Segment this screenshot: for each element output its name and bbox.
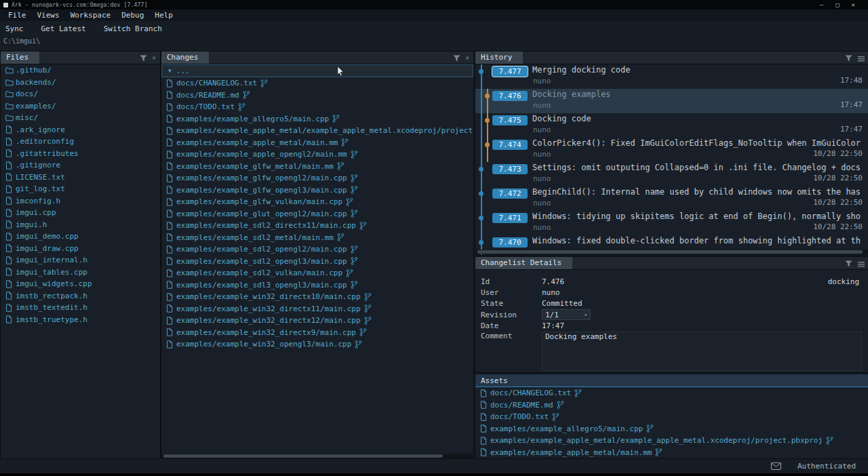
comment-field[interactable]: Docking examples <box>542 332 862 371</box>
file-icon <box>5 292 16 300</box>
menu-item-workspace[interactable]: Workspace <box>65 11 117 20</box>
asset-item[interactable]: examples/example_apple_metal/example_app… <box>475 435 868 447</box>
change-item[interactable]: docs/README.md <box>161 90 473 102</box>
change-item[interactable]: examples/example_sdl2_metal/main.mm <box>161 232 473 244</box>
history-commit[interactable]: 7.474ColorPicker4(): Fixed ImGuiColorEdi… <box>475 138 868 162</box>
history-commit[interactable]: 7.476Docking examplesnuno17:47 <box>475 89 868 113</box>
file-tree-item[interactable]: .editorconfig <box>1 136 160 148</box>
change-item[interactable]: examples/example_glfw_opengl3/main.cpp <box>161 184 473 197</box>
branch-name: docking <box>828 277 859 286</box>
file-tree-item[interactable]: examples/ <box>1 100 160 113</box>
toolbar-button-sync[interactable]: Sync <box>5 24 24 33</box>
toolbar-button-switch-branch[interactable]: Switch Branch <box>104 24 162 33</box>
file-name: backends/ <box>16 78 56 87</box>
toolbar-button-get-latest[interactable]: Get Latest <box>41 24 86 33</box>
file-icon <box>166 162 176 170</box>
change-item[interactable]: examples/example_win32_directx11/main.cp… <box>161 303 473 315</box>
file-name: imgui_tables.cpp <box>16 268 87 277</box>
history-commit[interactable]: 7.473Settings: omit outputing Collapsed=… <box>475 162 868 186</box>
file-tree-item[interactable]: .github/ <box>1 64 160 77</box>
change-item[interactable]: examples/example_glfw_metal/main.mm <box>161 161 473 173</box>
file-icon <box>5 280 16 288</box>
change-item[interactable]: examples/example_win32_directx9/main.cpp <box>161 327 473 339</box>
change-item[interactable]: examples/example_glfw_vulkan/main.cpp <box>161 196 473 208</box>
revision-label: Revision <box>481 311 542 319</box>
history-commit[interactable]: 7.471Windows: tidying up skipitems logic… <box>475 211 868 235</box>
menu-item-file[interactable]: File <box>3 11 32 20</box>
history-commit[interactable]: 7.472BeginChild(): Internal name used by… <box>475 186 868 211</box>
file-tree-item[interactable]: imstb_rectpack.h <box>1 290 160 302</box>
window-close-button[interactable]: ✕ <box>852 0 855 9</box>
file-tree-item[interactable]: .gitattributes <box>1 148 160 160</box>
change-item[interactable]: examples/example_sdl3_opengl3/main.cpp <box>161 279 473 292</box>
file-icon <box>480 389 490 397</box>
file-name: examples/ <box>16 102 56 111</box>
close-icon[interactable]: ✕ <box>153 54 156 61</box>
expand-icon[interactable]: ▼ <box>168 68 172 74</box>
change-item[interactable]: examples/example_sdl2_vulkan/main.cpp <box>161 267 473 279</box>
change-item[interactable]: examples/example_glfw_opengl2/main.cpp <box>161 172 473 184</box>
close-icon[interactable]: ✕ <box>466 54 469 61</box>
menu-icon[interactable] <box>858 52 865 64</box>
asset-item[interactable]: docs/TODO.txt <box>475 411 868 423</box>
change-item[interactable]: examples/example_win32_opengl3/main.cpp <box>161 338 473 351</box>
file-tree-item[interactable]: imgui.cpp <box>1 207 160 219</box>
file-tree-item[interactable]: imgui.h <box>1 219 160 231</box>
file-tree-item[interactable]: imstb_truetype.h <box>1 314 160 326</box>
file-tree-item[interactable]: .gitignore <box>1 159 160 172</box>
filter-icon[interactable] <box>845 52 852 64</box>
revision-badge: 7.471 <box>492 213 528 223</box>
asset-item[interactable]: examples/example_apple_metal/main.mm <box>475 447 868 459</box>
asset-item[interactable]: examples/example_allegro5/main.cpp <box>475 423 868 435</box>
filter-icon[interactable] <box>453 52 460 64</box>
change-item[interactable]: docs/CHANGELOG.txt <box>161 77 473 90</box>
file-tree-item[interactable]: imgui_draw.cpp <box>1 243 160 255</box>
file-tree-item[interactable]: backends/ <box>1 77 160 89</box>
change-item[interactable]: docs/TODO.txt <box>161 101 473 113</box>
changes-root-row[interactable]: ▼ ... <box>161 64 473 77</box>
mail-icon[interactable] <box>771 460 781 473</box>
file-icon <box>166 174 176 182</box>
change-item[interactable]: examples/example_apple_opengl2/main.mm <box>161 148 473 161</box>
menu-icon[interactable] <box>858 257 865 270</box>
filter-icon[interactable] <box>845 257 852 270</box>
revision-dropdown[interactable]: 1/1 ▾ <box>542 309 591 320</box>
changes-horizontal-scrollbar[interactable] <box>162 454 473 458</box>
menu-item-views[interactable]: Views <box>32 11 65 20</box>
change-item[interactable]: examples/example_allegro5/main.cpp <box>161 113 473 125</box>
change-item[interactable]: examples/example_apple_metal/example_app… <box>161 125 473 137</box>
history-commit[interactable]: 7.475Docking codenuno17:47 <box>475 113 868 138</box>
history-list: 7.477Merging docking codenuno17:487.476D… <box>475 64 868 255</box>
change-item[interactable]: examples/example_win32_directx12/main.cp… <box>161 315 473 327</box>
file-tree-item[interactable]: imstb_textedit.h <box>1 302 160 314</box>
change-item[interactable]: examples/example_sdl2_opengl2/main.cpp <box>161 243 473 256</box>
file-tree-item[interactable]: git_log.txt <box>1 183 160 195</box>
detail-row-user: User nuno <box>481 287 868 298</box>
asset-item[interactable]: docs/CHANGELOG.txt <box>475 387 868 399</box>
file-tree-item[interactable]: imgui_demo.cpp <box>1 231 160 243</box>
file-tree-item[interactable]: imconfig.h <box>1 195 160 207</box>
window-minimize-button[interactable]: – <box>820 0 823 9</box>
menu-item-debug[interactable]: Debug <box>116 11 149 20</box>
window-title: Ark - nuno@ark-vcs.com:Omega:dev [7.477] <box>12 2 148 8</box>
file-tree-item[interactable]: imgui_widgets.cpp <box>1 278 160 290</box>
file-tree-item[interactable]: imgui_tables.cpp <box>1 266 160 279</box>
filter-icon[interactable] <box>140 52 147 64</box>
file-tree-item[interactable]: .ark_ignore <box>1 124 160 136</box>
change-item[interactable]: examples/example_win32_directx10/main.cp… <box>161 291 473 303</box>
file-tree-item[interactable]: misc/ <box>1 112 160 124</box>
file-tree-item[interactable]: imgui_internal.h <box>1 254 160 266</box>
file-tree-item[interactable]: docs/ <box>1 88 160 100</box>
history-commit[interactable]: 7.477Merging docking codenuno17:48 <box>475 64 868 89</box>
file-tree-item[interactable]: LICENSE.txt <box>1 172 160 184</box>
change-item[interactable]: examples/example_sdl2_directx11/main.cpp <box>161 220 473 232</box>
menu-item-help[interactable]: Help <box>149 11 178 20</box>
asset-item[interactable]: docs/README.md <box>475 399 868 412</box>
file-name: imgui_draw.cpp <box>16 244 79 253</box>
history-horizontal-scrollbar[interactable] <box>476 250 868 254</box>
change-item[interactable]: examples/example_sdl2_opengl3/main.cpp <box>161 256 473 268</box>
window-maximize-button[interactable]: □ <box>835 0 839 9</box>
asset-path: docs/TODO.txt <box>490 412 549 421</box>
change-item[interactable]: examples/example_glut_opengl2/main.cpp <box>161 208 473 220</box>
change-item[interactable]: examples/example_apple_metal/main.mm <box>161 137 473 149</box>
